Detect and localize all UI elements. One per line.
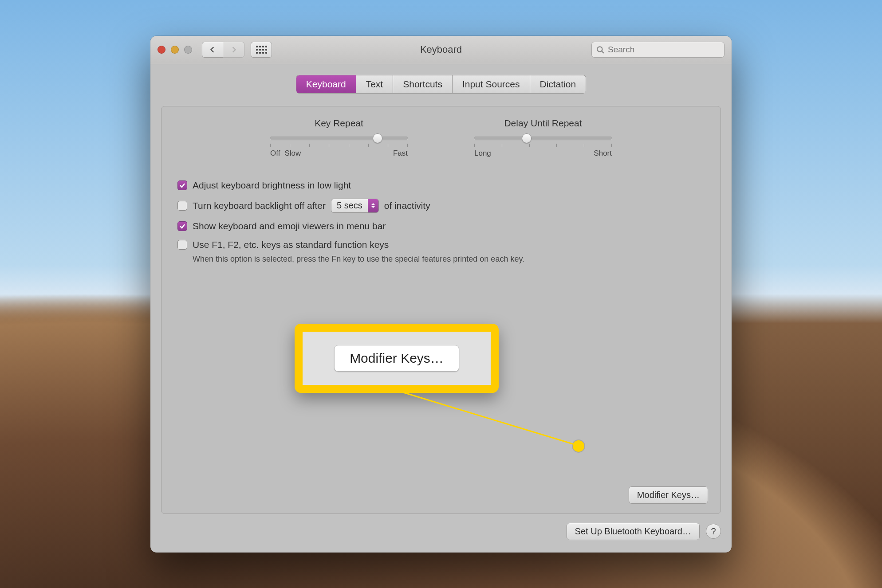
fn-keys-note: When this option is selected, press the … <box>193 255 705 264</box>
check-icon <box>179 223 185 229</box>
svg-line-2 <box>403 392 579 446</box>
callout-anchor-dot <box>573 440 584 452</box>
chevron-left-icon <box>209 47 216 53</box>
tab-text[interactable]: Text <box>356 75 394 93</box>
tab-keyboard[interactable]: Keyboard <box>296 75 356 93</box>
forward-button[interactable] <box>223 42 244 58</box>
tabbar: Keyboard Text Shortcuts Input Sources Di… <box>296 75 586 94</box>
backlight-checkbox[interactable] <box>177 201 187 211</box>
backlight-timeout-select[interactable]: 5 secs <box>331 199 379 213</box>
back-button[interactable] <box>202 42 223 58</box>
key-repeat-track[interactable] <box>270 137 408 140</box>
fn-keys-checkbox[interactable] <box>177 240 187 250</box>
keyboard-panel: Key Repeat Off Slow Fast Delay Until Rep… <box>161 106 721 514</box>
callout-highlight: Modifier Keys… <box>295 324 499 393</box>
key-repeat-off-label: Off <box>270 149 280 158</box>
callout-modifier-keys-button[interactable]: Modifier Keys… <box>334 345 459 372</box>
opt-brightness-low-light: Adjust keyboard brightness in low light <box>177 180 705 191</box>
opt-show-viewers: Show keyboard and emoji viewers in menu … <box>177 221 705 231</box>
help-button[interactable]: ? <box>706 524 721 539</box>
delay-repeat-track[interactable] <box>474 137 612 140</box>
show-viewers-label: Show keyboard and emoji viewers in menu … <box>193 221 386 231</box>
zoom-window-button[interactable] <box>184 46 192 54</box>
content-area: Keyboard Text Shortcuts Input Sources Di… <box>150 64 732 553</box>
callout-connector <box>161 106 721 514</box>
check-icon <box>179 182 185 188</box>
tab-dictation[interactable]: Dictation <box>530 75 586 93</box>
svg-line-1 <box>602 51 604 53</box>
key-repeat-slider: Key Repeat Off Slow Fast <box>270 118 408 158</box>
stepper-icon <box>368 199 378 212</box>
backlight-suffix: of inactivity <box>384 200 430 211</box>
tab-input-sources[interactable]: Input Sources <box>453 75 530 93</box>
show-all-button[interactable] <box>251 42 272 58</box>
modifier-keys-button[interactable]: Modifier Keys… <box>629 486 708 504</box>
key-repeat-label: Key Repeat <box>270 118 408 129</box>
chevron-right-icon <box>231 47 237 53</box>
nav-back-forward <box>202 42 244 58</box>
backlight-timeout-value: 5 secs <box>331 200 368 211</box>
search-field[interactable] <box>591 42 724 58</box>
search-input[interactable] <box>608 45 720 55</box>
titlebar: Keyboard <box>150 36 732 64</box>
delay-until-repeat-slider: Delay Until Repeat Long Short <box>474 118 612 158</box>
opt-fn-keys: Use F1, F2, etc. keys as standard functi… <box>177 239 705 250</box>
setup-bluetooth-button[interactable]: Set Up Bluetooth Keyboard… <box>567 523 700 540</box>
opt-backlight-off: Turn keyboard backlight off after 5 secs… <box>177 199 705 213</box>
show-viewers-checkbox[interactable] <box>177 221 187 231</box>
window-controls <box>158 46 192 54</box>
search-icon <box>596 46 604 54</box>
fn-keys-label: Use F1, F2, etc. keys as standard functi… <box>193 239 389 250</box>
close-window-button[interactable] <box>158 46 165 54</box>
delay-short-label: Short <box>594 149 612 158</box>
delay-repeat-label: Delay Until Repeat <box>474 118 612 129</box>
svg-point-0 <box>597 47 602 51</box>
backlight-prefix: Turn keyboard backlight off after <box>193 200 326 211</box>
delay-repeat-thumb[interactable] <box>522 133 532 143</box>
grid-icon <box>256 46 267 54</box>
key-repeat-fast-label: Fast <box>393 149 408 158</box>
brightness-label: Adjust keyboard brightness in low light <box>193 180 351 191</box>
footer-row: Set Up Bluetooth Keyboard… ? <box>161 523 721 540</box>
preferences-window: Keyboard Keyboard Text Shortcuts Input S… <box>150 36 732 553</box>
key-repeat-slow-label: Slow <box>280 149 393 158</box>
tab-shortcuts[interactable]: Shortcuts <box>393 75 453 93</box>
minimize-window-button[interactable] <box>171 46 179 54</box>
brightness-checkbox[interactable] <box>177 180 187 190</box>
options-list: Adjust keyboard brightness in low light … <box>177 180 705 264</box>
key-repeat-thumb[interactable] <box>373 133 382 143</box>
delay-long-label: Long <box>474 149 491 158</box>
